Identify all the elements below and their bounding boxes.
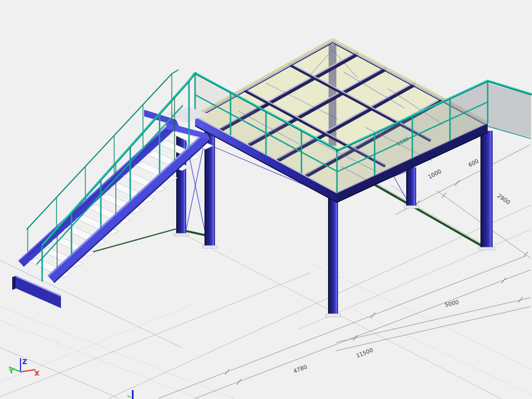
viewport-background — [0, 0, 532, 399]
axis-z-label: Z — [22, 358, 27, 366]
column-base-plate — [326, 314, 340, 317]
model-canvas[interactable]: 4780 11500 5000 2900 1000 600 — [0, 0, 532, 399]
axis-y-label: Y — [8, 367, 14, 375]
column-base-plate — [478, 247, 495, 250]
column-base-plate — [202, 245, 217, 248]
steel-column-right[interactable] — [478, 131, 495, 250]
column-base-plate — [174, 233, 188, 236]
axis-x-label: X — [34, 370, 40, 377]
column-base-plate — [404, 206, 418, 208]
cad-viewport[interactable]: 4780 11500 5000 2900 1000 600 — [0, 0, 532, 399]
